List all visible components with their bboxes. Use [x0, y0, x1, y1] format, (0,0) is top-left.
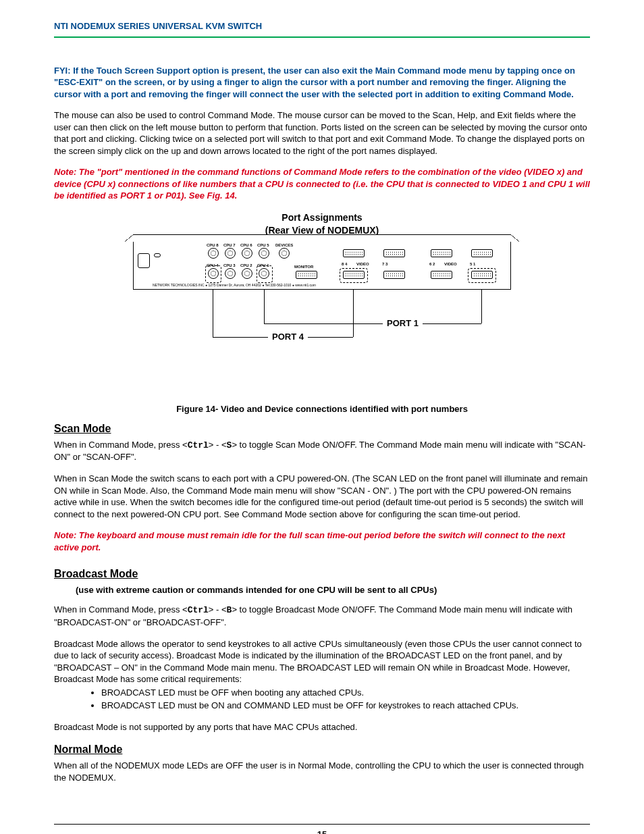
port4-line-a	[213, 290, 213, 337]
video8	[343, 249, 365, 257]
scan-p1b: > - <	[209, 440, 227, 450]
port1-group-vid	[468, 268, 496, 283]
broadcast-bullet-1: BROADCAST LED must be OFF when booting a…	[101, 687, 590, 699]
device-rear-view: CPU 8 CPU 7 CPU 6 CPU 5 DEVICES CPU 4 CP…	[133, 241, 511, 290]
port4-line-b	[353, 290, 354, 337]
video7	[383, 249, 405, 257]
lbl-v51: 5 1	[470, 261, 475, 267]
port1-hline	[264, 323, 481, 324]
scan-mode-heading: Scan Mode	[54, 421, 590, 436]
diagram-title-1: Port Assignments	[281, 212, 362, 223]
broadcast-bullet-2: BROADCAST LED must be ON and COMMAND LED…	[101, 700, 590, 712]
broadcast-p1b: > - <	[209, 604, 227, 615]
normal-heading: Normal Mode	[54, 742, 590, 757]
broadcast-p1: When in Command Mode, press <Ctrl> - <B>…	[54, 604, 590, 628]
lbl-cpu8: CPU 8	[207, 242, 219, 248]
scan-p1a: When in Command Mode, press <	[54, 440, 188, 450]
cpu7-port	[225, 248, 236, 259]
lbl-video1: VIDEO	[356, 261, 369, 267]
ac-inlet	[138, 253, 150, 268]
key-ctrl-2: Ctrl	[188, 605, 209, 615]
key-ctrl: Ctrl	[188, 440, 209, 450]
port1-label: PORT 1	[383, 317, 423, 330]
mouse-paragraph: The mouse can also be used to control Co…	[54, 109, 590, 157]
page-number: 15	[54, 824, 590, 834]
scan-p1: When in Command Mode, press <Ctrl> - <S>…	[54, 439, 590, 463]
lbl-devices: DEVICES	[275, 242, 293, 248]
lbl-v62: 6 2	[429, 261, 435, 267]
video5	[471, 249, 493, 257]
lbl-monitor: MONITOR	[294, 264, 313, 269]
cpu5-port	[259, 248, 269, 259]
lbl-cpu7: CPU 7	[223, 242, 236, 248]
lbl-v84: 8 4	[342, 261, 347, 267]
broadcast-heading: Broadcast Mode	[54, 567, 590, 581]
broadcast-p1a: When in Command Mode, press <	[54, 604, 188, 615]
device-footer-text: NETWORK TECHNOLOGIES INC ● 1275 Danner D…	[153, 283, 504, 288]
broadcast-p2: Broadcast Mode allows the operator to se…	[54, 638, 590, 685]
running-header: NTI NODEMUX SERIES UNIVERSAL KVM SWITCH	[54, 20, 590, 32]
scan-note: Note: The keyboard and mouse must remain…	[54, 529, 590, 553]
broadcast-p3: Broadcast Mode is not supported by any p…	[54, 721, 590, 733]
video6	[431, 249, 452, 257]
lbl-cpu6: CPU 6	[240, 242, 252, 248]
normal-p: When all of the NODEMUX mode LEDs are OF…	[54, 760, 590, 783]
port4-group-cpu	[205, 265, 221, 283]
header-rule	[54, 36, 590, 38]
video2	[431, 271, 452, 279]
cpu2-port	[242, 268, 252, 279]
lbl-cpu2: CPU 2	[240, 263, 252, 268]
switch	[154, 253, 161, 257]
lbl-cpu5: CPU 5	[257, 242, 269, 248]
port4-label: PORT 4	[268, 331, 308, 343]
cpu6-port	[242, 248, 252, 259]
devices-port	[279, 248, 290, 259]
port1-line-b	[481, 290, 482, 323]
port-note: Note: The "port" mentioned in the comman…	[54, 166, 590, 202]
cpu3-port	[225, 268, 236, 279]
diagram-title: Port Assignments (Rear View of NODEMUX)	[54, 211, 590, 237]
lbl-cpu3: CPU 3	[223, 263, 236, 268]
video3	[383, 271, 405, 279]
monitor-vga	[296, 271, 317, 279]
figure-14: Port Assignments (Rear View of NODEMUX)	[54, 211, 590, 415]
port1-group-cpu	[257, 265, 273, 283]
diagram-box: CPU 8 CPU 7 CPU 6 CPU 5 DEVICES CPU 4 CP…	[133, 241, 511, 398]
port4-group-vid	[340, 268, 368, 283]
lbl-video2: VIDEO	[444, 261, 457, 267]
figure-caption: Figure 14- Video and Device connections …	[54, 403, 590, 415]
fyi-note: FYI: If the Touch Screen Support option …	[54, 65, 590, 101]
cpu8-port	[208, 248, 219, 259]
broadcast-bullets: BROADCAST LED must be OFF when booting a…	[101, 687, 590, 712]
lbl-v73: 7 3	[382, 261, 387, 267]
scan-p2: When in Scan Mode the switch scans to ea…	[54, 473, 590, 520]
port1-line-a	[264, 290, 265, 323]
broadcast-sub: (use with extreme caution or commands in…	[76, 584, 590, 596]
